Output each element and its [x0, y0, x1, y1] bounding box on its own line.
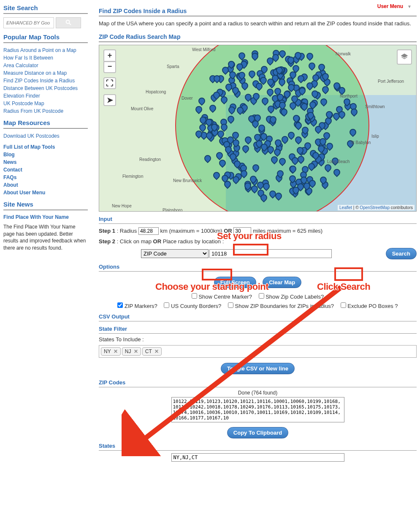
sidebar-link[interactable]: Area Calculator: [3, 63, 38, 68]
state-chip[interactable]: CT ✕: [142, 347, 162, 356]
page-description: Map of the USA where you can specify a p…: [99, 20, 417, 27]
input-section-title: Input: [99, 216, 417, 224]
done-count: Done (764 found): [99, 390, 417, 396]
show-labels-checkbox[interactable]: Show Zip Code Labels?: [259, 294, 324, 300]
site-news-title: Site News: [3, 201, 88, 210]
layers-icon[interactable]: [397, 49, 412, 65]
county-borders-checkbox[interactable]: US County Borders?: [164, 303, 221, 309]
location-type-select[interactable]: ZIP Code: [141, 249, 209, 258]
sidebar-link[interactable]: How Far Is It Between: [3, 55, 53, 61]
zip-boundaries-checkbox[interactable]: Show ZIP Boundaries for ZIPs in radius?: [228, 303, 334, 309]
states-output[interactable]: [171, 453, 344, 462]
sidebar: Site Search Popular Map Tools Radius Aro…: [3, 0, 92, 462]
sidebar-link[interactable]: Measure Distance on a Map: [3, 70, 67, 76]
map-resources-title: Map Resources: [3, 119, 88, 129]
state-chip[interactable]: NY ✕: [101, 347, 121, 356]
zip-markers-checkbox[interactable]: ZIP Markers?: [117, 303, 157, 309]
sidebar-link[interactable]: News: [3, 159, 16, 165]
zoom-in-button[interactable]: +: [103, 49, 116, 61]
options-section-title: Options: [99, 264, 417, 272]
sidebar-link[interactable]: Distance Between UK Postcodes: [3, 85, 78, 91]
sidebar-link[interactable]: Radius From UK Postcode: [3, 108, 63, 114]
zip-output-textarea[interactable]: 10122,10119,10123,10120,10121,10116,1000…: [171, 397, 344, 422]
sidebar-link[interactable]: FAQs: [3, 174, 16, 180]
sidebar-link[interactable]: Blog: [3, 152, 15, 158]
svg-point-0: [66, 20, 70, 23]
csv-output-title: CSV Output: [99, 313, 417, 321]
site-search-title: Site Search: [3, 4, 88, 14]
state-filter-title: State Filter: [99, 326, 417, 334]
step-1: Step 1 : Radius km (maximum = 1000km) OR…: [99, 227, 417, 235]
toggle-csv-button[interactable]: Toggle CSV or New line: [221, 363, 295, 374]
leaflet-link[interactable]: Leaflet: [339, 205, 352, 210]
svg-line-1: [69, 23, 71, 25]
map-section-title: ZIP Code Radius Search Map: [99, 33, 417, 42]
show-centre-checkbox[interactable]: Show Centre Marker?: [192, 294, 252, 300]
osm-link[interactable]: OpenStreetMap: [360, 205, 390, 210]
search-input[interactable]: [3, 17, 54, 28]
sidebar-link[interactable]: Download UK Postcodes: [3, 133, 60, 139]
zip-codes-title: ZIP Codes: [99, 379, 417, 387]
clear-map-button[interactable]: Clear Map: [263, 277, 301, 288]
popular-tools-title: Popular Map Tools: [3, 33, 88, 43]
news-text: The Find Place With Your Name page has b…: [3, 224, 86, 251]
map-place-label: Port Jefferson: [378, 79, 404, 84]
sidebar-link[interactable]: About: [3, 182, 18, 188]
states-output-title: States: [99, 443, 417, 451]
sidebar-link[interactable]: UK Postcode Map: [3, 101, 44, 106]
map[interactable]: West MilfordNorwalkSpartaHopatcongDoverM…: [99, 45, 417, 212]
sidebar-link[interactable]: Full List of Map Tools: [3, 144, 55, 150]
main-content: Find ZIP Codes Inside a Radius Map of th…: [92, 0, 417, 462]
state-chip[interactable]: NJ ✕: [122, 347, 141, 356]
sidebar-link[interactable]: Elevation Finder: [3, 93, 40, 99]
fullscreen-icon[interactable]: ⛶: [103, 77, 116, 89]
page-title: Find ZIP Codes Inside a Radius: [99, 8, 417, 16]
radius-miles-input[interactable]: [233, 227, 251, 235]
exclude-po-checkbox[interactable]: Exclude PO Boxes ?: [341, 303, 398, 309]
sidebar-link[interactable]: About User Menu: [3, 190, 45, 196]
remove-chip-icon[interactable]: ✕: [134, 348, 138, 354]
search-submit-button[interactable]: [56, 17, 81, 28]
radius-km-input[interactable]: [138, 227, 159, 235]
zoom-out-button[interactable]: −: [103, 61, 116, 73]
map-attribution: Leaflet | © OpenStreetMap contributors: [338, 205, 415, 210]
state-chip-box[interactable]: NY ✕NJ ✕CT ✕: [99, 345, 417, 358]
sidebar-link[interactable]: Radius Around a Point on a Map: [3, 47, 76, 53]
remove-chip-icon[interactable]: ✕: [154, 348, 159, 354]
step-2: Step 2 : Click on map OR Place radius by…: [99, 238, 417, 245]
full-screen-button[interactable]: Full Screen: [214, 277, 256, 288]
remove-chip-icon[interactable]: ✕: [114, 348, 118, 354]
location-input[interactable]: [209, 249, 332, 258]
sidebar-link[interactable]: Contact: [3, 167, 22, 173]
news-link[interactable]: Find Place With Your Name: [3, 214, 88, 221]
states-include-label: States To Include :: [99, 336, 417, 343]
copy-clipboard-button[interactable]: Copy To Clipboard: [227, 427, 288, 438]
sidebar-link[interactable]: Find ZIP Codes Inside a Radius: [3, 78, 75, 84]
search-button[interactable]: Search: [386, 248, 417, 259]
locate-icon[interactable]: ➤: [103, 94, 116, 106]
